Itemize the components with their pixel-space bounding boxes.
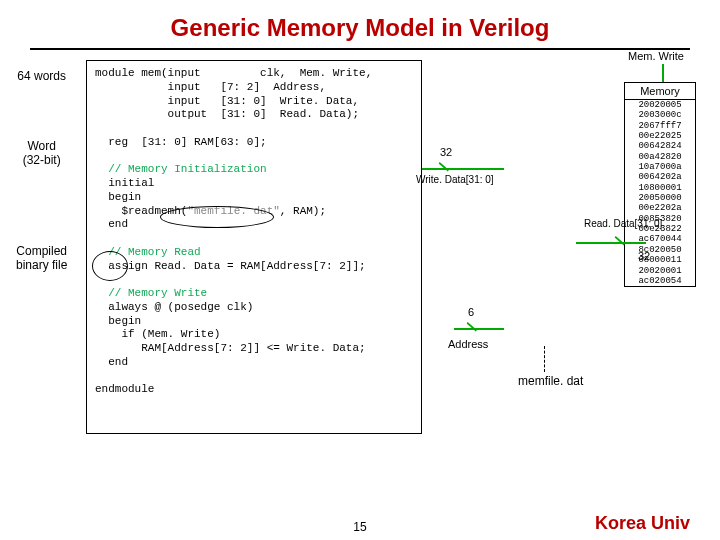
label-6: 6 bbox=[468, 306, 474, 318]
c21: RAM[Address[7: 2]] <= Write. Data; bbox=[95, 342, 366, 354]
content-area: 64 words Word (32-bit) Compiled binary f… bbox=[24, 60, 696, 470]
c12: end bbox=[95, 218, 128, 230]
c18: always @ (posedge clk) bbox=[95, 301, 253, 313]
c22: end bbox=[95, 356, 128, 368]
memory-row: 0064202a bbox=[625, 172, 695, 182]
divider bbox=[30, 48, 690, 50]
slash-32a: / bbox=[435, 161, 453, 174]
signal-readdata: Read. Data[31: 0] bbox=[584, 218, 662, 229]
memory-box: Memory 200200052003000c2067fff700e220250… bbox=[624, 82, 696, 287]
label-word-a: Word bbox=[16, 140, 67, 154]
memory-row: 2067fff7 bbox=[625, 121, 695, 131]
c19: begin bbox=[95, 315, 141, 327]
c6: reg [31: 0] RAM[63: 0]; bbox=[95, 136, 267, 148]
memory-row: 00642824 bbox=[625, 141, 695, 151]
memory-row: 10800001 bbox=[625, 183, 695, 193]
label-32a: 32 bbox=[440, 146, 452, 158]
c24: endmodule bbox=[95, 383, 154, 395]
memory-row: 00e2202a bbox=[625, 203, 695, 213]
brand: Korea Univ bbox=[595, 513, 690, 534]
memory-row: 20020005 bbox=[625, 100, 695, 110]
label-memfile: memfile. dat bbox=[518, 374, 583, 388]
memory-row: 8c020050 bbox=[625, 245, 695, 255]
page-title: Generic Memory Model in Verilog bbox=[0, 0, 720, 48]
oval-memfile bbox=[160, 206, 274, 228]
memory-row: 2003000c bbox=[625, 110, 695, 120]
label-comp-a: Compiled bbox=[16, 245, 67, 259]
arrow-memwrite bbox=[662, 64, 664, 82]
c15: assign Read. Data = RAM[Address[7: 2]]; bbox=[95, 260, 366, 272]
memory-header: Memory bbox=[625, 83, 695, 100]
label-comp-b: binary file bbox=[16, 259, 67, 273]
c17: // Memory Write bbox=[95, 287, 207, 299]
c20: if (Mem. Write) bbox=[95, 328, 220, 340]
memory-row: ac020054 bbox=[625, 276, 695, 286]
c8: // Memory Initialization bbox=[95, 163, 267, 175]
arrow-writedata bbox=[422, 168, 504, 170]
label-64words: 64 words bbox=[16, 70, 67, 84]
c3: input [31: 0] Write. Data, bbox=[95, 95, 359, 107]
left-annotations: 64 words Word (32-bit) Compiled binary f… bbox=[16, 68, 67, 273]
memory-row: 08000011 bbox=[625, 255, 695, 265]
c9: initial bbox=[95, 177, 154, 189]
memory-row: 00e22025 bbox=[625, 131, 695, 141]
page-number: 15 bbox=[353, 520, 366, 534]
c2: input [7: 2] Address, bbox=[95, 81, 326, 93]
label-compiled: Compiled binary file bbox=[16, 245, 67, 273]
arrow-readdata bbox=[576, 242, 646, 244]
signal-memwrite: Mem. Write bbox=[628, 50, 684, 62]
c10: begin bbox=[95, 191, 141, 203]
code-box: module mem(input clk, Mem. Write, input … bbox=[86, 60, 422, 434]
memory-row: 20020001 bbox=[625, 266, 695, 276]
c4: output [31: 0] Read. Data); bbox=[95, 108, 359, 120]
memory-row: 10a7000a bbox=[625, 162, 695, 172]
c11b: , RAM); bbox=[280, 205, 326, 217]
memory-row: 00a42820 bbox=[625, 152, 695, 162]
label-word-b: (32-bit) bbox=[16, 154, 67, 168]
c1: module mem(input clk, Mem. Write, bbox=[95, 67, 372, 79]
memory-row: 20050000 bbox=[625, 193, 695, 203]
label-32b: 32 bbox=[638, 250, 650, 262]
dotted-line bbox=[544, 346, 545, 372]
oval-comment bbox=[92, 251, 128, 281]
label-word: Word (32-bit) bbox=[16, 140, 67, 168]
signal-writedata: Write. Data[31: 0] bbox=[416, 174, 494, 185]
signal-address: Address bbox=[448, 338, 488, 350]
slash-6: / bbox=[463, 321, 481, 334]
